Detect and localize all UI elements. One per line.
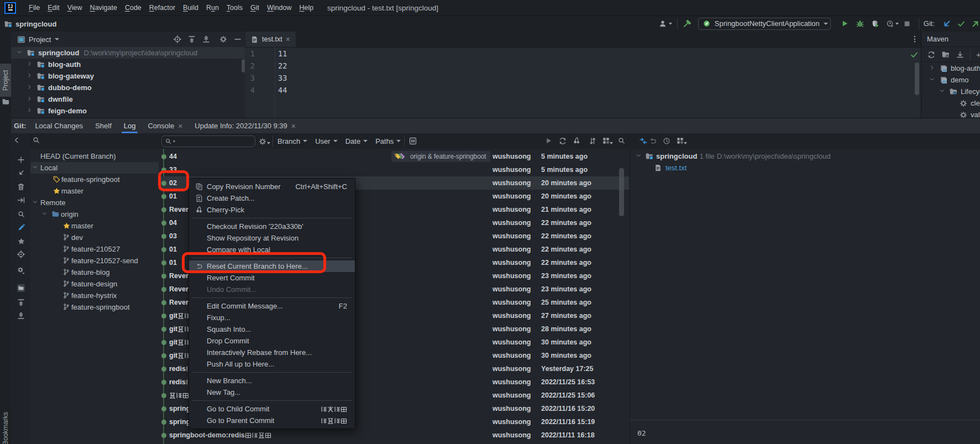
commit-row[interactable]: 44origin & feature-springbootwushusong5 … [159, 150, 630, 163]
chevron-right-icon[interactable] [27, 61, 34, 68]
run-button[interactable] [841, 19, 849, 28]
update-project-button[interactable] [942, 19, 951, 28]
collapse-all-button[interactable] [202, 35, 211, 44]
filter-user[interactable]: User [315, 137, 337, 145]
group-by-directory-button[interactable] [16, 283, 26, 293]
git-tab-shelf[interactable]: Shelf [95, 122, 112, 130]
maven-tree-item-demo[interactable]: mdemo [929, 74, 969, 86]
push-button[interactable] [971, 19, 980, 28]
stop-button[interactable] [903, 20, 911, 28]
commit-refs[interactable]: origin & feature-springboot [391, 151, 490, 162]
details-file-row[interactable]: test.txt [654, 162, 686, 174]
maven-tree-item-Lifecycle[interactable]: Lifecycle [939, 86, 980, 97]
maven-settings-button[interactable] [941, 50, 950, 59]
chevron-right-icon[interactable] [929, 65, 936, 72]
menu-item-interactively-rebase-from-here[interactable]: Interactively Rebase from Here... [189, 347, 355, 358]
filter-branch[interactable]: Branch [277, 137, 307, 145]
commits-scrollbar[interactable] [619, 168, 624, 216]
details-root-row[interactable]: springcloud 1 file D:\work\my\project\id… [636, 150, 831, 162]
chevron-down-icon[interactable] [41, 211, 49, 218]
menu-build[interactable]: Build [179, 4, 202, 12]
menu-item-edit-commit-message[interactable]: Edit Commit Message...F2 [189, 300, 355, 312]
build-hammer-icon[interactable] [683, 19, 691, 28]
menu-file[interactable]: File [25, 4, 44, 12]
stripe-bookmarks-button[interactable]: Bookmarks [2, 412, 9, 444]
search-commits-button[interactable] [617, 137, 626, 145]
project-view-caret-icon[interactable] [55, 38, 59, 40]
menu-item-revert-commit[interactable]: Revert Commit [189, 272, 355, 284]
commit-search-input[interactable] [161, 135, 255, 147]
project-tree-item-springcloud[interactable]: springcloudD:\work\my\project\idea\sprin… [17, 47, 197, 59]
menu-item-go-to-parent-commit[interactable]: Go to Parent Commit [189, 415, 355, 426]
code-line-1[interactable]: 111 [245, 48, 466, 60]
menu-view[interactable]: View [64, 4, 86, 12]
tab-test-txt[interactable]: test.txt × [245, 32, 296, 47]
refresh-log-button[interactable] [558, 137, 567, 145]
menu-item-new-tag[interactable]: New Tag... [189, 386, 355, 398]
breadcrumb[interactable]: springcloud [4, 20, 56, 29]
project-tree-item-dwnfile[interactable]: dwnfile [27, 93, 73, 105]
collapse-all-button[interactable] [16, 311, 26, 321]
menu-run[interactable]: Run [202, 4, 223, 12]
menu-item-cherry-pick[interactable]: Cherry-Pick [189, 204, 355, 216]
menu-item-checkout-revision-220a330b[interactable]: Checkout Revision '220a330b' [189, 221, 355, 232]
menu-code[interactable]: Code [121, 4, 145, 12]
git-tab-log[interactable]: Log [124, 122, 136, 130]
commit-row[interactable]: springboot-demo:rediswushusong2022/11/11… [159, 429, 630, 442]
chevron-right-icon[interactable] [27, 107, 34, 114]
close-tab-icon[interactable]: × [291, 122, 296, 130]
close-tab-icon[interactable]: × [178, 122, 182, 130]
close-tab-icon[interactable]: × [286, 35, 290, 43]
collapse-panel-icon[interactable] [13, 136, 21, 144]
update-button[interactable] [16, 168, 26, 178]
stripe-folder-icon[interactable] [2, 98, 10, 106]
menu-item-drop-commit[interactable]: Drop Commit [189, 335, 355, 347]
menu-git[interactable]: Git [247, 4, 263, 12]
chevron-down-icon[interactable] [17, 49, 24, 56]
menu-item-new-branch[interactable]: New Branch... [189, 375, 355, 386]
merge-button[interactable] [16, 195, 26, 205]
project-settings-button[interactable] [219, 35, 228, 44]
menu-navigate[interactable]: Navigate [86, 4, 121, 12]
git-tab-local-changes[interactable]: Local Changes [35, 122, 83, 130]
chevron-down-icon[interactable] [32, 199, 39, 206]
search-button[interactable] [16, 209, 26, 219]
stripe-project-button[interactable]: Project [0, 64, 11, 97]
menu-item-copy-revision-number[interactable]: Copy Revision NumberCtrl+Alt+Shift+C [189, 181, 355, 192]
project-tree-item-feign-demo[interactable]: feign-demo [27, 105, 87, 117]
menu-item-show-repository-at-revision[interactable]: Show Repository at Revision [189, 232, 355, 244]
rollback-button[interactable] [648, 137, 657, 145]
goto-hash-button[interactable] [408, 137, 417, 145]
chevron-right-icon[interactable] [27, 96, 34, 103]
user-icon[interactable] [658, 19, 667, 28]
group-by-button[interactable] [676, 137, 684, 145]
sort-button[interactable] [588, 137, 597, 145]
menu-tools[interactable]: Tools [223, 4, 247, 12]
filter-paths[interactable]: Paths [375, 137, 401, 145]
menu-item-create-patch[interactable]: Create Patch... [189, 192, 355, 204]
history-button[interactable] [662, 137, 671, 145]
add-button[interactable] [16, 155, 26, 165]
git-tab-console[interactable]: Console× [148, 122, 182, 130]
profiler-button[interactable] [886, 19, 895, 28]
chevron-right-icon[interactable] [27, 84, 34, 91]
maven-download-button[interactable] [956, 50, 965, 59]
menu-refactor[interactable]: Refactor [145, 4, 179, 12]
filter-date[interactable]: Date [345, 137, 368, 145]
edit-button[interactable] [16, 222, 26, 232]
navigate-button[interactable] [16, 249, 26, 259]
delete-button[interactable] [16, 182, 26, 192]
maven-tree-item-clean[interactable]: clean [959, 97, 980, 109]
chevron-down-icon[interactable] [939, 88, 946, 95]
maven-tree-item-blog-auth[interactable]: mblog-auth [929, 62, 980, 74]
run-configuration-select[interactable]: SpringbootNettyClientApplication [698, 18, 831, 30]
menu-item-go-to-child-commit[interactable]: Go to Child Commit [189, 403, 355, 415]
code-line-2[interactable]: 222 [245, 60, 466, 72]
commit-row[interactable]: 33wushusong5 minutes ago [159, 163, 630, 176]
expand-all-button[interactable] [16, 297, 26, 307]
cherry-pick-button[interactable] [573, 137, 581, 145]
hide-panel-button[interactable] [233, 35, 242, 44]
commit-button[interactable] [957, 19, 966, 28]
code-line-3[interactable]: 333 [245, 72, 466, 84]
menu-edit[interactable]: Edit [44, 4, 64, 12]
